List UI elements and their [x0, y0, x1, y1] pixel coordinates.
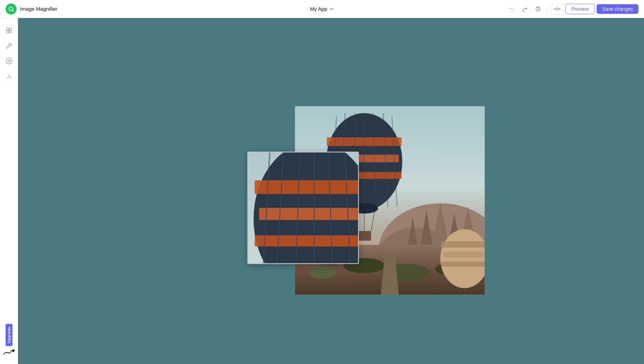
sidebar-bottom: Upgrade [3, 324, 15, 358]
edit-title-icon[interactable]: ✏ [330, 6, 334, 12]
sidebar-item-analytics[interactable] [2, 69, 16, 83]
svg-rect-54 [255, 235, 358, 246]
sidebar: Upgrade [0, 18, 18, 364]
sidebar-item-plugins[interactable] [2, 39, 16, 53]
magnifier-overlay [248, 152, 359, 264]
svg-line-1 [12, 10, 14, 11]
svg-rect-46 [441, 261, 485, 267]
undo-button[interactable] [506, 3, 517, 15]
svg-rect-3 [6, 28, 9, 31]
svg-rect-6 [9, 31, 11, 33]
app-logo [6, 3, 17, 15]
sidebar-item-dashboard[interactable] [2, 24, 16, 37]
svg-rect-5 [6, 31, 9, 33]
svg-point-23 [309, 266, 337, 279]
preview-button[interactable]: Preview [565, 4, 594, 14]
svg-point-0 [9, 7, 13, 11]
code-icon: </> [554, 6, 561, 11]
svg-rect-52 [255, 180, 358, 194]
history-button[interactable] [533, 3, 544, 15]
canvas-area[interactable] [18, 18, 644, 364]
svg-rect-53 [259, 208, 358, 220]
divider [547, 5, 547, 13]
topbar-right: </> Preview Save changes [506, 3, 638, 15]
upgrade-badge[interactable]: Upgrade [6, 324, 12, 346]
sidebar-item-settings[interactable] [2, 54, 16, 68]
svg-rect-44 [441, 241, 485, 248]
document-title: My App [310, 6, 327, 12]
main-layout: Upgrade [0, 18, 644, 364]
svg-rect-4 [9, 28, 11, 31]
topbar: Image Magnifier My App ✏ </ [0, 0, 644, 18]
redo-button[interactable] [519, 3, 530, 15]
save-changes-button[interactable]: Save changes [597, 4, 638, 14]
brand-bird-icon [3, 349, 15, 356]
svg-rect-45 [443, 252, 485, 257]
code-button[interactable]: </> [551, 3, 563, 15]
app-name: Image Magnifier [20, 6, 57, 12]
topbar-left: Image Magnifier [6, 3, 57, 15]
topbar-center: My App ✏ [310, 6, 334, 12]
sidebar-top [2, 24, 16, 83]
svg-point-7 [8, 60, 10, 62]
svg-rect-41 [357, 231, 371, 241]
